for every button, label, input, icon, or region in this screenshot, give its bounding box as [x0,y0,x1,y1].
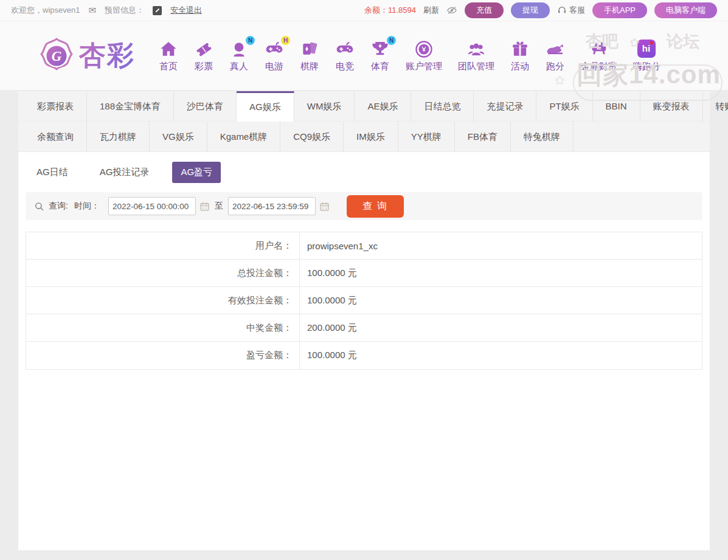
nav-label: 棋牌 [300,61,319,72]
date-from-input[interactable] [108,197,196,215]
tab-CQ9娱乐[interactable]: CQ9娱乐 [280,122,344,152]
table-row-label: 用户名： [26,232,300,259]
tab-账变报表[interactable]: 账变报表 [640,91,703,122]
tab-瓦力棋牌[interactable]: 瓦力棋牌 [87,122,150,152]
nav-label: 跑分 [546,61,564,72]
tab-content: AG日结AG投注记录AG盈亏 查询: 时间： 至 查 询 用户名：prowips… [18,152,710,370]
eye-hide-icon[interactable] [446,5,457,16]
main-nav: 首页彩票N真人H电游棋牌电竞N体育账户管理团队管理活动跑分金鼎财富hi嗨跑分 [151,40,668,72]
balance-value: 11.8594 [388,5,416,15]
tab-Kgame棋牌[interactable]: Kgame棋牌 [207,122,281,152]
query-label: 查询: [49,201,68,212]
customer-service-link[interactable]: 客服 [557,5,585,16]
badge-h-icon: H [281,36,290,45]
tab-188金宝博体育[interactable]: 188金宝博体育 [87,91,174,122]
table-row: 有效投注金额：100.0000 元 [26,287,702,314]
content-card: 彩票报表188金宝博体育沙巴体育AG娱乐WM娱乐AE娱乐日结总览充提记录PT娱乐… [18,91,710,550]
gamepad-icon [335,40,355,59]
table-row-value: 100.0000 元 [300,287,702,314]
nav-item-电游[interactable]: H电游 [257,40,292,72]
tab-row-1: 彩票报表188金宝博体育沙巴体育AG娱乐WM娱乐AE娱乐日结总览充提记录PT娱乐… [18,91,710,122]
tab-特兔棋牌[interactable]: 特兔棋牌 [511,122,574,152]
tab-沙巴体育[interactable]: 沙巴体育 [174,91,237,122]
subtab-AG投注记录[interactable]: AG投注记录 [91,162,158,183]
tab-YY棋牌[interactable]: YY棋牌 [398,122,455,152]
nav-item-金鼎财富[interactable]: 金鼎财富 [573,40,625,72]
nav-item-嗨跑分[interactable]: hi嗨跑分 [625,40,668,72]
tab-BBIN[interactable]: BBIN [593,91,640,122]
nav-item-跑分[interactable]: 跑分 [538,40,573,72]
nav-label: 电游 [265,61,283,72]
reserved-info-label: 预留信息： [105,5,144,16]
result-table: 用户名：prowipseven1_xc总投注金额：100.0000 元有效投注金… [26,232,702,370]
tab-转账报表[interactable]: 转账报表 [703,91,728,122]
headset-icon [557,5,567,15]
nav-item-彩票[interactable]: 彩票 [186,40,221,72]
edit-icon[interactable] [153,6,162,15]
tab-PT娱乐[interactable]: PT娱乐 [536,91,592,122]
nav-label: 账户管理 [406,61,442,72]
table-row-value: 200.0000 元 [300,314,702,341]
trophy-icon: N [370,40,390,59]
topbar-right: 余额：11.8594 刷新 充值 提现 客服 手机APP 电脑客户端 [357,2,717,18]
site-logo[interactable]: G 杏彩 [38,37,135,75]
nav-item-体育[interactable]: N体育 [362,40,398,72]
tab-FB体育[interactable]: FB体育 [455,122,511,152]
query-submit-button[interactable]: 查 询 [347,195,404,218]
withdraw-button[interactable]: 提现 [511,2,550,18]
nav-item-团队管理[interactable]: 团队管理 [450,40,502,72]
nav-item-电竞[interactable]: 电竞 [327,40,362,72]
ding-icon [589,40,609,59]
svg-text:G: G [52,49,62,64]
nav-label: 电竞 [336,61,354,72]
date-to-input[interactable] [228,197,316,215]
person-icon: N [229,40,249,59]
refresh-button[interactable]: 刷新 [423,5,439,16]
message-icon[interactable]: ✉ [88,5,96,16]
tab-AG娱乐[interactable]: AG娱乐 [237,91,294,122]
nav-item-账户管理[interactable]: 账户管理 [398,40,450,72]
nav-item-活动[interactable]: 活动 [502,40,538,72]
subtab-AG盈亏[interactable]: AG盈亏 [172,162,221,183]
tab-充提记录[interactable]: 充提记录 [474,91,536,122]
tab-AE娱乐[interactable]: AE娱乐 [355,91,411,122]
table-row-value: prowipseven1_xc [300,232,702,259]
header: G 杏彩 首页彩票N真人H电游棋牌电竞N体育账户管理团队管理活动跑分金鼎财富hi… [0,21,728,90]
to-separator: 至 [215,201,223,212]
tab-WM娱乐[interactable]: WM娱乐 [294,91,355,122]
table-row: 盈亏金额：100.0000 元 [26,342,702,369]
topbar-left: 欢迎您，wipseven1 ✉ 预留信息： 安全退出 [11,5,210,16]
nav-label: 活动 [511,61,529,72]
ticket-icon [194,40,213,59]
pc-client-button[interactable]: 电脑客户端 [654,2,717,18]
nav-label: 体育 [371,61,389,72]
nav-label: 真人 [230,61,248,72]
calendar-icon[interactable] [199,201,210,212]
nav-item-真人[interactable]: N真人 [221,40,257,72]
tab-余额查询[interactable]: 余额查询 [24,122,87,152]
mobile-app-button[interactable]: 手机APP [592,2,647,18]
table-row-value: 100.0000 元 [300,260,702,286]
tab-彩票报表[interactable]: 彩票报表 [24,91,87,122]
tab-VG娱乐[interactable]: VG娱乐 [150,122,207,152]
recharge-button[interactable]: 充值 [465,2,504,18]
gamepad-icon: H [265,40,284,59]
welcome-text: 欢迎您，wipseven1 [11,5,80,16]
service-label: 客服 [569,5,585,16]
tab-日结总览[interactable]: 日结总览 [411,91,474,122]
gift-icon [510,40,530,59]
tab-IM娱乐[interactable]: IM娱乐 [344,122,398,152]
subtabs: AG日结AG投注记录AG盈亏 [26,161,702,184]
nav-label: 团队管理 [458,61,494,72]
table-row: 用户名：prowipseven1_xc [26,232,702,260]
subtab-AG日结[interactable]: AG日结 [28,162,77,183]
badge-n-icon: N [387,36,396,45]
home-icon [159,40,178,59]
nav-item-首页[interactable]: 首页 [151,40,186,72]
table-row: 总投注金额：100.0000 元 [26,260,702,287]
logo-emblem-icon: G [38,37,75,75]
table-row-label: 总投注金额： [26,260,300,286]
nav-item-棋牌[interactable]: 棋牌 [292,40,327,72]
logout-link[interactable]: 安全退出 [170,5,202,16]
calendar-icon[interactable] [319,201,330,212]
